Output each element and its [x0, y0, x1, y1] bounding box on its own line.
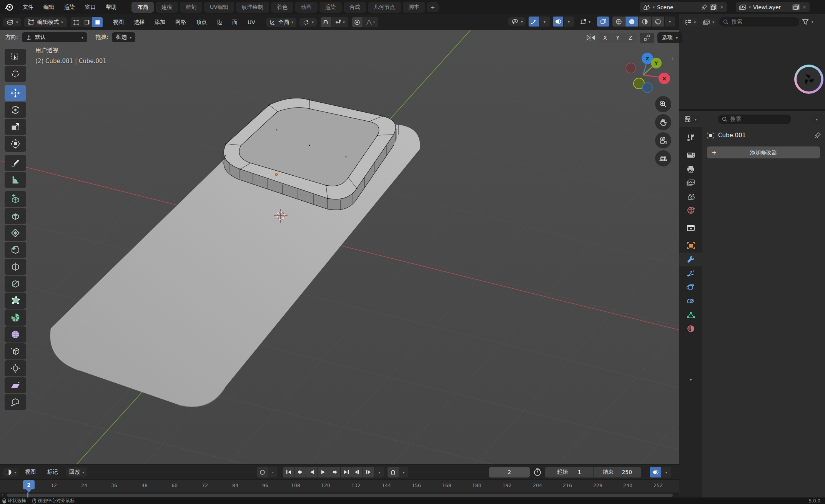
menu-uv[interactable]: UV: [243, 19, 260, 25]
tab-modifiers[interactable]: [679, 253, 702, 266]
add-workspace-button[interactable]: +: [427, 2, 439, 12]
tab-collection[interactable]: [679, 221, 702, 235]
vertex-select-mode-button[interactable]: [71, 17, 81, 27]
menu-add[interactable]: 添加: [150, 19, 170, 26]
proportional-falloff-button[interactable]: ▾: [363, 17, 378, 27]
tab-constraints[interactable]: [679, 294, 702, 308]
gizmo-neg-z-axis[interactable]: [642, 83, 652, 93]
show-overlays-button[interactable]: [553, 17, 563, 27]
play-button[interactable]: [318, 467, 329, 477]
tab-modeling[interactable]: 建模: [156, 2, 178, 13]
shading-settings-button[interactable]: ▾: [665, 17, 675, 27]
timeline-overlays-button[interactable]: [650, 467, 661, 477]
wireframe-shading-button[interactable]: [612, 17, 625, 27]
tool-annotate[interactable]: [5, 155, 26, 171]
timeline-menu-view[interactable]: 视图: [20, 469, 41, 476]
show-gizmo-button[interactable]: [529, 17, 539, 27]
tab-physics[interactable]: [679, 280, 702, 294]
tool-transform[interactable]: [5, 136, 26, 152]
options-dropdown[interactable]: 选项 ▾: [657, 32, 682, 43]
tab-object[interactable]: [679, 239, 702, 253]
toggle-perspective-button[interactable]: [655, 150, 671, 166]
tab-rendering[interactable]: 渲染: [319, 2, 342, 13]
auto-keying-button[interactable]: [257, 467, 268, 477]
properties-editor-type-button[interactable]: ▾: [682, 115, 699, 123]
face-select-mode-button[interactable]: [92, 17, 103, 27]
tool-rip-region[interactable]: [5, 394, 26, 410]
pivot-point-selector[interactable]: ▾: [299, 18, 317, 27]
tool-edge-slide[interactable]: [5, 343, 26, 359]
unlink-scene-icon[interactable]: ✕: [720, 4, 724, 10]
tool-scale[interactable]: [5, 119, 26, 135]
auto-keying-settings[interactable]: ▾: [268, 467, 277, 477]
tab-render[interactable]: [679, 148, 702, 162]
zoom-button[interactable]: [655, 96, 671, 112]
snap-settings-button[interactable]: ▾: [331, 17, 348, 27]
menu-face[interactable]: 面: [227, 19, 243, 26]
step-settings[interactable]: ▾: [374, 467, 384, 477]
tab-particles[interactable]: [679, 266, 702, 280]
viewport-canvas[interactable]: Z Y X: [0, 30, 679, 464]
tab-sculpting[interactable]: 雕刻: [180, 2, 202, 13]
viewlayer-selector[interactable]: ▾ ViewLayer ✕: [736, 2, 810, 12]
mirror-icon[interactable]: [586, 33, 596, 42]
scene-selector[interactable]: ▾ Scene ✕: [640, 2, 727, 12]
tool-loop-cut[interactable]: [5, 259, 26, 275]
jump-to-end-button[interactable]: [341, 467, 352, 477]
tab-texture-paint[interactable]: 纹理绘制: [236, 2, 269, 13]
tool-knife[interactable]: [5, 276, 26, 292]
tab-object-data[interactable]: [679, 308, 702, 322]
mesh-edit-overlays-button[interactable]: ▾: [577, 17, 594, 27]
mode-selector[interactable]: 编辑模式 ▾: [24, 17, 67, 27]
tool-smooth[interactable]: [5, 326, 26, 343]
timeline-snap-button[interactable]: [388, 467, 399, 477]
menu-view[interactable]: 视图: [108, 19, 129, 26]
timeline-overlays-settings[interactable]: ▾: [661, 467, 671, 477]
mirror-y-button[interactable]: Y: [612, 33, 624, 43]
menu-window[interactable]: 窗口: [80, 4, 101, 11]
tool-box-select[interactable]: [5, 49, 26, 65]
timeline-editor-type-button[interactable]: ▾: [3, 468, 18, 477]
rendered-shading-button[interactable]: [652, 17, 664, 27]
tab-animation[interactable]: 动画: [295, 2, 318, 13]
tool-poly-build[interactable]: [5, 293, 26, 309]
tab-material[interactable]: [679, 322, 702, 336]
snap-toggle-button[interactable]: [321, 17, 331, 27]
menu-edge[interactable]: 边: [212, 19, 227, 26]
tool-measure[interactable]: [5, 172, 26, 188]
tool-extrude-region[interactable]: [5, 208, 26, 224]
tool-shear[interactable]: [5, 377, 26, 393]
proportional-editing-button[interactable]: [352, 17, 363, 27]
tab-geometry-nodes[interactable]: 几何节点: [368, 2, 401, 13]
play-reverse-button[interactable]: [306, 467, 317, 477]
menu-edit[interactable]: 编辑: [38, 4, 59, 11]
properties-search-input[interactable]: 搜索: [718, 115, 791, 124]
tab-compositing[interactable]: 合成: [344, 2, 366, 13]
blender-logo-icon[interactable]: [5, 3, 14, 11]
step-forward-button[interactable]: [363, 467, 374, 477]
jump-to-start-button[interactable]: [283, 467, 294, 477]
outliner-display-mode-button[interactable]: ▾: [701, 18, 717, 26]
new-scene-button[interactable]: [710, 4, 717, 10]
menu-help[interactable]: 帮助: [101, 4, 121, 11]
tab-world[interactable]: [679, 203, 702, 217]
filter-dropdown-chevron[interactable]: ▾: [812, 20, 813, 24]
gizmo-settings-button[interactable]: ▾: [539, 17, 550, 27]
timeline-scrollbar[interactable]: [7, 494, 673, 497]
new-viewlayer-button[interactable]: [792, 4, 800, 10]
editor-type-button[interactable]: ▾: [3, 18, 21, 27]
tab-layout[interactable]: 布局: [131, 2, 154, 13]
tool-inset-faces[interactable]: [5, 225, 26, 241]
timeline-menu-marker[interactable]: 标记: [42, 469, 63, 476]
tool-add-cube[interactable]: [5, 191, 26, 207]
outliner-editor-type-button[interactable]: ▾: [682, 18, 698, 26]
tab-scene[interactable]: [679, 190, 702, 203]
overlays-settings-button[interactable]: ▾: [564, 17, 574, 27]
camera-view-button[interactable]: [655, 132, 671, 148]
current-frame-field[interactable]: 2: [489, 467, 530, 477]
outliner-search-input[interactable]: 搜索: [719, 17, 799, 27]
menu-file[interactable]: 文件: [18, 4, 38, 11]
tab-shading[interactable]: 着色: [271, 2, 293, 13]
properties-tabs-overflow-chevron[interactable]: ▾: [679, 373, 702, 386]
end-frame-field[interactable]: 结束 250: [594, 469, 642, 476]
